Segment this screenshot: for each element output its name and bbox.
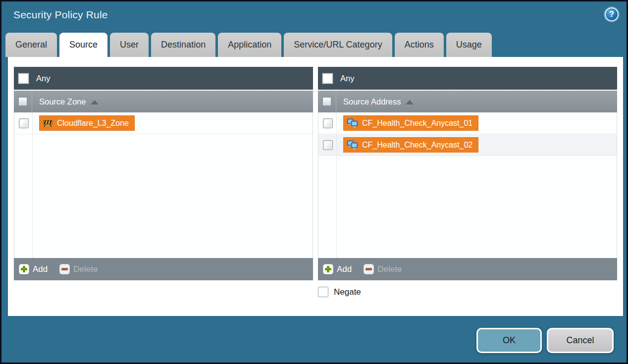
security-policy-rule-dialog: Security Policy Rule ? General Source Us… xyxy=(0,0,628,364)
select-all-cell xyxy=(14,91,32,112)
source-zone-panel: Any Source Zone xyxy=(14,67,313,280)
zone-item-chip[interactable]: Cloudflare_L3_Zone xyxy=(39,115,135,131)
address-hosts-icon xyxy=(347,140,358,150)
table-row: CF_Health_Check_Anycast_02 xyxy=(318,134,617,156)
address-hosts-icon xyxy=(347,118,358,128)
delete-minus-icon xyxy=(59,264,70,274)
cancel-button[interactable]: Cancel xyxy=(547,328,614,353)
zone-item-label: Cloudflare_L3_Zone xyxy=(57,119,129,128)
source-address-column-label: Source Address xyxy=(343,97,401,106)
tab-service-url-category[interactable]: Service/URL Category xyxy=(284,33,392,57)
source-zone-rows: Cloudflare_L3_Zone xyxy=(14,112,313,258)
tab-destination[interactable]: Destination xyxy=(151,33,215,57)
source-address-any-row: Any xyxy=(318,67,617,90)
tab-actions[interactable]: Actions xyxy=(395,33,444,57)
sort-ascending-icon xyxy=(406,100,414,104)
add-plus-icon xyxy=(323,264,333,274)
source-address-select-all-checkbox[interactable] xyxy=(322,97,331,106)
source-zone-select-all-checkbox[interactable] xyxy=(18,97,27,106)
table-row: CF_Health_Check_Anycast_01 xyxy=(318,112,617,134)
add-button[interactable]: Add xyxy=(19,264,48,274)
help-glyph: ? xyxy=(609,9,614,19)
source-zone-toolbar: Add Delete xyxy=(14,258,313,280)
source-address-panel: Any Source Address xyxy=(318,67,617,280)
zone-barrier-icon xyxy=(43,118,53,128)
page-title: Security Policy Rule xyxy=(13,9,108,21)
dialog-buttons: OK Cancel xyxy=(476,328,614,353)
select-all-cell xyxy=(318,91,336,112)
tab-bar: General Source User Destination Applicat… xyxy=(5,33,492,57)
ok-button[interactable]: OK xyxy=(476,328,542,353)
row-checkbox[interactable] xyxy=(19,118,29,128)
address-item-chip[interactable]: CF_Health_Check_Anycast_02 xyxy=(343,137,478,153)
delete-button[interactable]: Delete xyxy=(364,264,402,274)
row-checkbox[interactable] xyxy=(323,118,333,128)
add-button[interactable]: Add xyxy=(323,264,352,274)
tab-general[interactable]: General xyxy=(5,33,57,57)
row-checkbox[interactable] xyxy=(323,140,333,150)
source-panels: Any Source Zone xyxy=(14,67,617,280)
delete-minus-icon xyxy=(364,264,374,274)
tab-content-source: Any Source Zone xyxy=(8,57,623,316)
address-item-label: CF_Health_Check_Anycast_01 xyxy=(362,119,472,128)
tab-user[interactable]: User xyxy=(110,33,149,57)
help-icon[interactable]: ? xyxy=(605,7,619,21)
negate-row: Negate xyxy=(318,287,361,297)
source-address-any-label: Any xyxy=(340,74,354,83)
negate-label: Negate xyxy=(334,287,361,297)
sort-ascending-icon xyxy=(91,100,99,104)
source-address-rows: CF_Health_Check_Anycast_01 xyxy=(318,112,617,258)
source-zone-any-label: Any xyxy=(36,74,50,83)
tab-usage[interactable]: Usage xyxy=(446,33,492,57)
source-zone-any-checkbox[interactable] xyxy=(18,73,29,84)
address-item-chip[interactable]: CF_Health_Check_Anycast_01 xyxy=(343,115,478,131)
negate-checkbox[interactable] xyxy=(318,287,328,297)
source-address-any-checkbox[interactable] xyxy=(322,73,333,84)
source-address-toolbar: Add Delete xyxy=(318,258,617,280)
source-zone-column-label: Source Zone xyxy=(39,97,86,106)
table-row: Cloudflare_L3_Zone xyxy=(14,112,313,134)
address-item-label: CF_Health_Check_Anycast_02 xyxy=(362,141,472,150)
source-zone-any-row: Any xyxy=(14,67,313,90)
tab-application[interactable]: Application xyxy=(218,33,281,57)
delete-button[interactable]: Delete xyxy=(59,264,98,274)
add-plus-icon xyxy=(19,264,29,274)
source-address-column-header[interactable]: Source Address xyxy=(318,91,617,112)
source-zone-column-header[interactable]: Source Zone xyxy=(14,91,313,112)
tab-source[interactable]: Source xyxy=(59,33,107,57)
